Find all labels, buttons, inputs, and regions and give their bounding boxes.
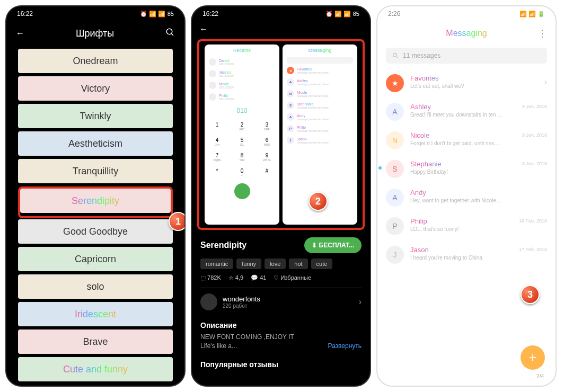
step-badge-2: 2	[309, 192, 328, 211]
search-icon[interactable]	[165, 28, 175, 39]
svg-line-1	[171, 33, 173, 35]
avatar: N	[386, 131, 404, 149]
status-icons: 📶 📶 🔋	[519, 11, 545, 17]
preview-row: Recents Daniel1801823639Jessica180182363…	[197, 39, 365, 230]
more-icon[interactable]: ⋮	[537, 28, 547, 39]
reviews-title: Популярные отзывы	[200, 360, 362, 369]
message-item[interactable]: PPhilipLOL, that's so funny!16 Feb. 2016	[384, 212, 549, 240]
font-item[interactable]: Brave	[18, 329, 173, 354]
status-time: 2:26	[388, 10, 400, 17]
avatar: A	[386, 189, 404, 207]
description-text: NEW FONT COMING ,ENJOY IT Life's like a.…	[200, 333, 362, 351]
tag[interactable]: funny	[236, 259, 261, 269]
tag-list: romanticfunnylovehotcute	[200, 259, 362, 269]
back-icon[interactable]: ←	[16, 29, 24, 38]
detail-body: Serendipity ⬇ БЕСПЛАТ... romanticfunnylo…	[192, 232, 370, 377]
message-item[interactable]: NNicoleForget it.I don't bi get paid, un…	[384, 126, 549, 155]
author-name: wonderfonts	[223, 295, 260, 303]
avatar: A	[386, 103, 404, 121]
downloads-stat: ⬚ 782K	[200, 274, 221, 281]
back-icon[interactable]: ←	[192, 21, 370, 37]
font-name: Serendipity	[200, 240, 246, 250]
stats-row: ⬚ 782K ☆ 4,9 💬 41 ♡ Избранные	[200, 274, 362, 281]
message-item[interactable]: SStephanieHappy Birthday!8 Jun. 2016	[384, 155, 549, 183]
status-bar: 16:22 ⏰ 📶 📶 85	[6, 6, 184, 21]
preview-search	[287, 57, 353, 64]
expand-button[interactable]: Развернуть	[328, 342, 362, 351]
avatar: ★	[386, 74, 404, 92]
message-preview: Forget it.I don't bi get paid, until nex…	[410, 140, 547, 146]
status-time: 16:22	[17, 10, 33, 17]
rating-stat: ☆ 4,9	[228, 274, 243, 281]
search-input[interactable]: 11 messages	[386, 48, 547, 64]
page-title: Шрифты	[24, 28, 165, 39]
message-item[interactable]: ★FavoritesLet's eat out, shall we?›	[384, 69, 549, 97]
message-preview: Great! I'll meet you downstairs in ten …	[410, 112, 547, 118]
status-icons: ⏰ 📶 📶 85	[140, 11, 174, 17]
status-time: 16:22	[202, 10, 218, 17]
svg-point-0	[166, 29, 172, 34]
author-avatar	[200, 293, 217, 310]
phone-font-detail: 16:22 ⏰ 📶 📶 85 ← Recents Daniel180182363…	[191, 5, 371, 387]
font-item[interactable]: Victory	[18, 76, 173, 101]
message-date: 9 Jun. 2016	[522, 132, 547, 138]
avatar: P	[386, 217, 404, 235]
font-item[interactable]: Good Goodbye	[18, 219, 173, 244]
dialed-number: 010	[205, 103, 279, 119]
message-list: ★FavoritesLet's eat out, shall we?›AAshl…	[377, 69, 556, 269]
comments-stat: 💬 41	[251, 274, 266, 281]
avatar: S	[386, 160, 404, 178]
font-item[interactable]: Aestheticism	[18, 131, 173, 156]
message-item[interactable]: AAshleyGreat! I'll meet you downstairs i…	[384, 97, 549, 126]
message-preview: Hey, want to get together with Nicole…	[410, 198, 547, 203]
message-date: 16 Feb. 2016	[519, 218, 547, 224]
message-item[interactable]: JJasonI heard you're moving to China17 F…	[384, 240, 549, 269]
author-works: 220 работ	[223, 303, 260, 309]
message-preview: LOL, that's so funny!	[410, 226, 547, 232]
font-list: OnedreamVictoryTwinklyAestheticismTranqu…	[6, 46, 184, 387]
tag[interactable]: hot	[289, 259, 307, 269]
step-badge-3: 3	[521, 285, 540, 304]
font-item[interactable]: Capricorn	[18, 247, 173, 271]
status-bar: 16:22 ⏰ 📶 📶 85	[192, 6, 370, 21]
font-item[interactable]: Onedream	[18, 49, 173, 73]
font-item[interactable]: Tranquillity	[18, 159, 173, 183]
status-icons: ⏰ 📶 📶 85	[325, 11, 359, 17]
preview-dialer: Recents Daniel1801823639Jessica180182363…	[205, 44, 279, 225]
page-title: Messaging	[446, 29, 487, 38]
favorite-button[interactable]: ♡ Избранные	[274, 274, 311, 281]
font-item[interactable]: solo	[18, 274, 173, 299]
description-title: Описание	[200, 321, 362, 329]
call-button[interactable]	[234, 183, 250, 199]
font-item[interactable]: Twinkly	[18, 104, 173, 128]
preview-title: Messaging	[283, 44, 357, 56]
font-item[interactable]: Serendipity	[20, 189, 171, 213]
download-button[interactable]: ⬇ БЕСПЛАТ...	[304, 237, 362, 253]
dialer-pad: 12ABC3DEF4GHI5JKL6MNO7PQRS8TUV9WXYZ*0+#	[205, 119, 279, 180]
tag[interactable]: love	[265, 259, 286, 269]
chevron-right-icon: ›	[359, 297, 362, 307]
message-date: 8 Jun. 2016	[522, 161, 547, 166]
messaging-header: Messaging ⋮	[377, 21, 556, 46]
author-row[interactable]: wonderfonts 220 работ ›	[200, 288, 362, 316]
tag[interactable]: romantic	[200, 259, 233, 269]
phone-messaging: 2:26 📶 📶 🔋 Messaging ⋮ 11 messages ★Favo…	[376, 5, 557, 387]
font-item[interactable]: Cute and funny	[18, 357, 173, 381]
font-item[interactable]: Iridescent	[18, 302, 173, 326]
message-preview: Let's eat out, shall we?	[410, 83, 547, 89]
message-preview: Happy Birthday!	[410, 169, 547, 175]
contact-name: Favorites	[410, 74, 547, 82]
preview-title: Recents	[205, 44, 279, 56]
svg-point-2	[393, 54, 397, 57]
message-preview: I heard you're moving to China	[410, 255, 547, 261]
message-date: 9 Jun. 2016	[522, 104, 547, 109]
compose-button[interactable]: +	[521, 345, 545, 370]
contact-name: Andy	[410, 189, 547, 197]
avatar: J	[386, 246, 404, 264]
message-date: 17 Feb. 2016	[519, 247, 547, 252]
tag[interactable]: cute	[311, 259, 333, 269]
message-item[interactable]: AAndyHey, want to get together with Nico…	[384, 183, 549, 212]
phone-font-list: 16:22 ⏰ 📶 📶 85 ← Шрифты OnedreamVictoryT…	[5, 5, 186, 387]
step-badge-1: 1	[169, 212, 186, 231]
svg-line-3	[396, 57, 398, 58]
